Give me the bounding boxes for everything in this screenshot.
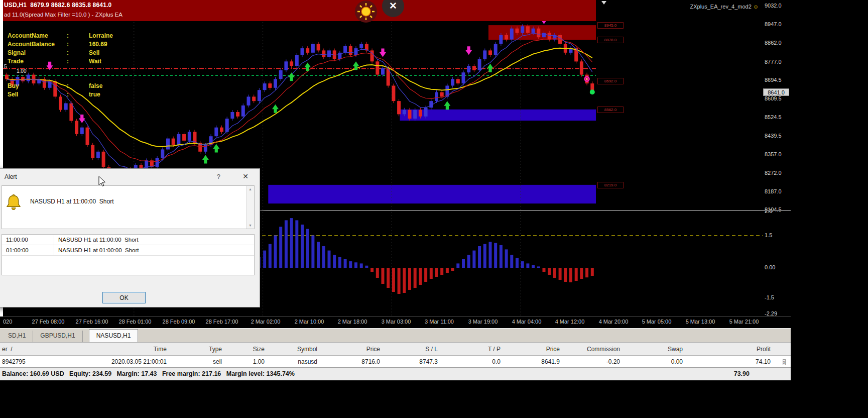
orders-header-cell[interactable]: er / [0, 346, 66, 353]
time-axis-label: 5 Mar 13:00 [677, 319, 723, 325]
ok-button[interactable]: OK [102, 292, 146, 303]
dialog-close-button[interactable]: ✕ [242, 172, 249, 180]
alert-text-cell: NASUSD H1 at 01:00:00 Short [54, 245, 139, 255]
zone-price-label: 8692.0 [597, 78, 624, 84]
indicator-axis-label: 0.00 [765, 264, 775, 270]
time-axis-label: 020 [3, 319, 23, 325]
scroll-up-icon[interactable]: ▲ [249, 187, 252, 191]
order-cell: 0.00 [625, 358, 688, 365]
account-info-text: true [89, 91, 100, 99]
alert-list-row[interactable]: 11:00:00NASUSD H1 at 11:00:00 Short [2, 235, 254, 245]
orders-header-cell[interactable]: Commission [565, 346, 625, 353]
order-cell: sell [172, 358, 227, 365]
supply-demand-zones [268, 25, 596, 203]
account-info-row: Trade:Wait [8, 58, 113, 66]
time-axis-label: 28 Feb 17:00 [199, 319, 245, 325]
profit-total-text: 73.90 [734, 368, 750, 380]
account-info-row: Signal:Sell [8, 49, 113, 58]
indicator-axis-label: 1.5 [765, 232, 772, 238]
orders-header-cell[interactable]: Time [66, 346, 172, 353]
price-axis-label: 9032.0 [765, 3, 782, 9]
orders-header-cell[interactable]: Size [227, 346, 270, 353]
account-info-row: Sell:true [8, 91, 102, 99]
quote-banner: USD,H1 8679.9 8682.6 8635.8 8641.0 ad 11… [3, 0, 596, 21]
alert-message-text: NASUSD H1 at 11:00:00 Short [30, 198, 114, 205]
price-axis-label: 8609.5 [765, 95, 782, 101]
account-info-text: Sell [8, 91, 67, 99]
down-arrow-icon [465, 46, 472, 55]
order-cell: 2020.03.05 21:00:01 [66, 358, 172, 365]
orders-header-cell[interactable]: Symbol [270, 346, 322, 353]
overlay-sun-button[interactable] [355, 1, 377, 23]
up-arrow-icon [202, 155, 209, 163]
mouse-cursor [98, 176, 108, 188]
time-axis-label: 2 Mar 18:00 [329, 319, 376, 325]
up-arrow-icon [288, 72, 295, 81]
ea-name-text: ZXplus_EA_rev_4_mod2 [690, 4, 751, 10]
chart-shift-marker-icon[interactable] [601, 1, 606, 5]
scroll-down-icon[interactable]: ▼ [249, 224, 252, 227]
spread-filter-label: ad 11.0(Spread Max Filter =10.0 ) - ZXpl… [4, 12, 122, 18]
current-price-tag: 8641.0 [763, 88, 789, 96]
order-cell: 0.0 [443, 358, 506, 365]
alert-dialog-title: Alert [5, 173, 17, 180]
chart-tab-gbpusd-h1[interactable]: GBPUSD,H1 [33, 331, 82, 342]
time-axis-label: 3 Mar 19:00 [460, 319, 506, 325]
help-button[interactable]: ? [217, 173, 220, 180]
price-axis[interactable]: 8641.0 9032.08947.08862.08777.08694.5860… [763, 0, 791, 317]
order-cell: 8942795 [0, 358, 66, 365]
alert-list-row[interactable]: 01:00:00NASUSD H1 at 01:00:00 Short [2, 245, 254, 256]
orders-header-cell[interactable]: S / L [385, 346, 443, 353]
time-axis-label: 2 Mar 02:00 [242, 319, 289, 325]
alert-time-cell: 01:00:00 [2, 245, 54, 255]
orders-header-cell[interactable]: Profit [688, 346, 776, 353]
orders-header-cell[interactable]: Type [172, 346, 227, 353]
chart-tab-sd-h1[interactable]: SD,H1 [1, 331, 33, 342]
down-arrow-icon [79, 115, 85, 123]
status-bar: Balance: 160.69 USD Equity: 234.59 Margi… [0, 367, 791, 380]
time-axis-label: 4 Mar 12:00 [547, 319, 593, 325]
zone-price-label: 8945.0 [597, 22, 624, 29]
trade-line-label: 5 [4, 64, 7, 69]
orders-header-cell[interactable]: Price [506, 346, 565, 353]
orders-header-cell[interactable]: Swap [625, 346, 688, 353]
time-axis-label: 28 Feb 01:00 [112, 319, 158, 325]
chart-tab-nasusd-h1[interactable]: NASUSD,H1 [89, 329, 139, 342]
order-row[interactable]: 89427952020.03.05 21:00:01sell1.00nasusd… [0, 356, 791, 367]
price-axis-label: 8862.0 [765, 40, 782, 46]
account-info-text: Trade [8, 58, 67, 66]
bell-icon [3, 193, 24, 214]
account-info-text: Sell [89, 49, 99, 58]
account-info-text: Signal [8, 49, 67, 58]
account-info-text: : [67, 58, 89, 66]
time-axis-label: 3 Mar 11:00 [416, 319, 462, 325]
orders-header-cell[interactable]: T / P [443, 346, 506, 353]
scrollbar[interactable]: ▲ ▼ [246, 186, 254, 229]
up-arrow-icon [487, 64, 493, 72]
up-arrow-icon [444, 101, 450, 110]
account-info-row: AccountBalance:160.69 [8, 41, 113, 49]
order-close-cell: x [776, 358, 791, 365]
time-axis[interactable]: 02027 Feb 08:0027 Feb 16:0028 Feb 01:002… [3, 317, 791, 328]
account-info-text: : [67, 82, 89, 91]
price-axis-label: 8187.0 [765, 188, 782, 194]
down-arrow-icon [380, 49, 386, 57]
price-axis-label: 8272.0 [765, 170, 782, 176]
zone-price-label: 8562.0 [597, 107, 624, 113]
alert-history-list[interactable]: 11:00:00NASUSD H1 at 11:00:00 Short01:00… [2, 234, 255, 275]
close-order-button[interactable]: x [783, 359, 786, 365]
indicator-histogram [253, 218, 594, 294]
account-summary-text: Balance: 160.69 USD Equity: 234.59 Margi… [0, 370, 295, 377]
chart-tab-bar: SD,H1GBPUSD,H1NASUSD,H1 [0, 328, 791, 342]
price-axis-label: 8357.0 [765, 151, 782, 157]
alert-dialog[interactable]: Alert ? ✕ NASUSD H1 at 11:00:00 Short ▲ … [0, 168, 260, 307]
orders-header-cell[interactable]: Price [322, 346, 385, 353]
account-info-text: : [67, 32, 89, 41]
price-axis-label: 8947.0 [765, 21, 782, 27]
alert-dialog-titlebar[interactable]: Alert ? ✕ [0, 169, 260, 183]
account-info-panel: AccountName:LorraineAccountBalance:160.6… [8, 32, 113, 66]
account-flags-panel: Buy:falseSell:true [8, 82, 102, 99]
time-axis-label: 27 Feb 08:00 [25, 319, 71, 325]
price-axis-label: 8777.0 [765, 59, 782, 65]
account-info-text: AccountBalance [8, 41, 67, 49]
